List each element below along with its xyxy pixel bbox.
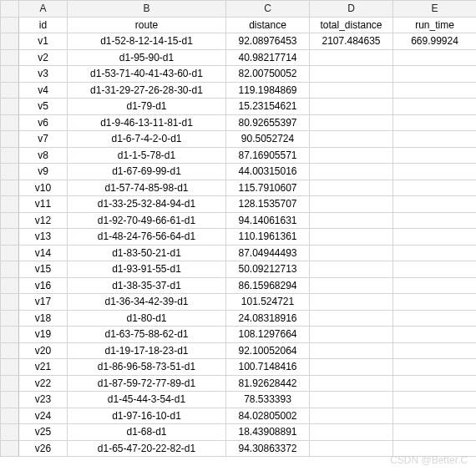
cell-distance[interactable]: 94.30863372 [226,440,310,457]
cell-distance[interactable]: 50.09212713 [226,261,310,278]
table-row[interactable]: v3d1-53-71-40-41-43-60-d182.00750052 [1,66,477,83]
cell-run-time[interactable] [393,327,477,343]
row-header[interactable] [1,375,19,392]
cell-run-time[interactable] [393,424,477,441]
cell-route[interactable]: d1-92-70-49-66-61-d1 [68,212,226,229]
table-row[interactable]: v6d1-9-46-13-11-81-d180.92655397 [1,114,477,131]
cell-route[interactable]: d1-93-91-55-d1 [68,261,226,278]
cell-run-time[interactable] [393,180,477,196]
table-row[interactable]: v15d1-93-91-55-d150.09212713 [1,261,477,278]
cell-run-time[interactable] [393,82,477,99]
cell-run-time[interactable]: 669.99924 [393,33,477,50]
cell-run-time[interactable] [393,342,477,359]
cell-id[interactable]: v24 [19,408,68,424]
row-header[interactable] [1,49,19,66]
cell-id[interactable]: v17 [19,294,68,311]
row-header[interactable] [1,392,19,408]
row-header[interactable] [1,33,19,50]
row-header[interactable] [1,82,19,99]
cell-total-distance[interactable] [310,245,393,261]
cell-route[interactable]: d1-63-75-88-62-d1 [68,327,226,343]
cell-route[interactable]: d1-38-35-37-d1 [68,277,226,294]
cell-id[interactable]: v1 [19,33,68,50]
cell-id[interactable]: v8 [19,147,68,164]
table-row[interactable]: v20d1-19-17-18-23-d192.10052064 [1,342,477,359]
cell-total-distance[interactable] [310,66,393,83]
cell-route[interactable]: d1-19-17-18-23-d1 [68,342,226,359]
cell-run-time[interactable] [393,408,477,424]
cell-run-time-header[interactable]: run_time [393,17,477,33]
cell-run-time[interactable] [393,440,477,457]
cell-total-distance[interactable] [310,327,393,343]
cell-distance[interactable]: 94.14061631 [226,212,310,229]
cell-run-time[interactable] [393,49,477,66]
cell-id[interactable]: v16 [19,277,68,294]
col-header-E[interactable]: E [393,1,477,18]
cell-id[interactable]: v12 [19,212,68,229]
cell-route[interactable]: d1-86-96-58-73-51-d1 [68,359,226,376]
cell-distance[interactable]: 90.5052724 [226,131,310,148]
row-header[interactable] [1,261,19,278]
cell-route[interactable]: d1-67-69-99-d1 [68,164,226,180]
cell-total-distance[interactable] [310,180,393,196]
cell-id[interactable]: v14 [19,245,68,261]
cell-distance[interactable]: 15.23154621 [226,99,310,115]
cell-run-time[interactable] [393,131,477,148]
row-header[interactable] [1,424,19,441]
cell-id[interactable]: v7 [19,131,68,148]
table-row[interactable]: v24d1-97-16-10-d184.02805002 [1,408,477,424]
cell-total-distance[interactable] [310,229,393,246]
cell-route[interactable]: d1-68-d1 [68,424,226,441]
cell-total-distance[interactable] [310,99,393,115]
cell-distance[interactable]: 80.92655397 [226,114,310,131]
cell-id[interactable]: v15 [19,261,68,278]
cell-id[interactable]: v21 [19,359,68,376]
cell-run-time[interactable] [393,310,477,327]
row-header[interactable] [1,196,19,213]
header-data-row[interactable]: id route distance total_distance run_tim… [1,17,477,33]
row-header[interactable] [1,277,19,294]
row-header[interactable] [1,180,19,196]
row-header[interactable] [1,342,19,359]
table-row[interactable]: v26d1-65-47-20-22-82-d194.30863372 [1,440,477,457]
cell-distance[interactable]: 82.00750052 [226,66,310,83]
cell-distance[interactable]: 18.43908891 [226,424,310,441]
cell-distance[interactable]: 24.08318916 [226,310,310,327]
cell-run-time[interactable] [393,375,477,392]
cell-distance[interactable]: 84.02805002 [226,408,310,424]
row-header[interactable] [1,440,19,457]
table-row[interactable]: v22d1-87-59-72-77-89-d181.92628442 [1,375,477,392]
row-header[interactable] [1,359,19,376]
cell-distance[interactable]: 87.04944493 [226,245,310,261]
cell-total-distance[interactable] [310,196,393,213]
row-header[interactable] [1,17,19,33]
cell-distance[interactable]: 78.533393 [226,392,310,408]
row-header[interactable] [1,212,19,229]
cell-id[interactable]: v9 [19,164,68,180]
cell-total-distance[interactable] [310,408,393,424]
cell-distance[interactable]: 81.92628442 [226,375,310,392]
cell-run-time[interactable] [393,196,477,213]
cell-total-distance[interactable] [310,392,393,408]
cell-distance[interactable]: 115.7910607 [226,180,310,196]
cell-distance[interactable]: 110.1961361 [226,229,310,246]
cell-route[interactable]: d1-6-7-4-2-0-d1 [68,131,226,148]
cell-id[interactable]: v4 [19,82,68,99]
cell-id-header[interactable]: id [19,17,68,33]
cell-run-time[interactable] [393,359,477,376]
cell-route[interactable]: d1-36-34-42-39-d1 [68,294,226,311]
cell-distance[interactable]: 87.16905571 [226,147,310,164]
cell-id[interactable]: v18 [19,310,68,327]
cell-route[interactable]: d1-33-25-32-84-94-d1 [68,196,226,213]
row-header[interactable] [1,147,19,164]
cell-total-distance[interactable] [310,277,393,294]
cell-run-time[interactable] [393,114,477,131]
table-row[interactable]: v21d1-86-96-58-73-51-d1100.7148416 [1,359,477,376]
table-row[interactable]: v16d1-38-35-37-d186.15968294 [1,277,477,294]
col-header-B[interactable]: B [68,1,226,18]
cell-route[interactable]: d1-83-50-21-d1 [68,245,226,261]
cell-id[interactable]: v3 [19,66,68,83]
cell-id[interactable]: v5 [19,99,68,115]
table-row[interactable]: v18d1-80-d124.08318916 [1,310,477,327]
cell-route[interactable]: d1-52-8-12-14-15-d1 [68,33,226,50]
